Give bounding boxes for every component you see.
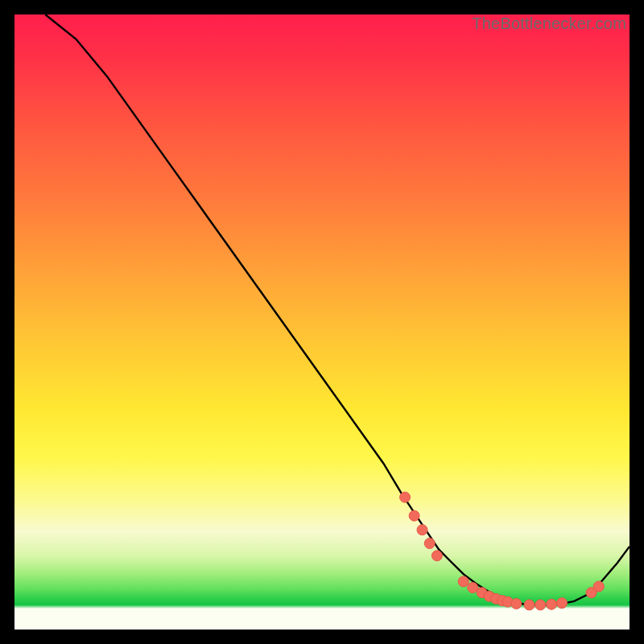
curve-marker	[431, 551, 442, 561]
bottleneck-curve	[14, 14, 630, 630]
curve-markers	[400, 492, 605, 610]
curve-marker	[511, 598, 522, 609]
curve-marker	[593, 581, 604, 592]
curve-marker	[535, 600, 546, 610]
curve-marker	[409, 510, 419, 521]
curve-marker	[524, 600, 535, 610]
curve-marker	[547, 599, 557, 609]
curve-marker	[424, 539, 435, 549]
curve-marker	[458, 576, 469, 587]
chart-plot-area: TheBottlenecker.com	[14, 14, 630, 630]
curve-marker	[557, 598, 568, 609]
curve-marker	[468, 583, 478, 593]
curve-marker	[400, 492, 411, 502]
curve-marker	[417, 525, 427, 535]
curve-path	[45, 14, 630, 605]
chart-frame: TheBottlenecker.com	[0, 0, 644, 644]
